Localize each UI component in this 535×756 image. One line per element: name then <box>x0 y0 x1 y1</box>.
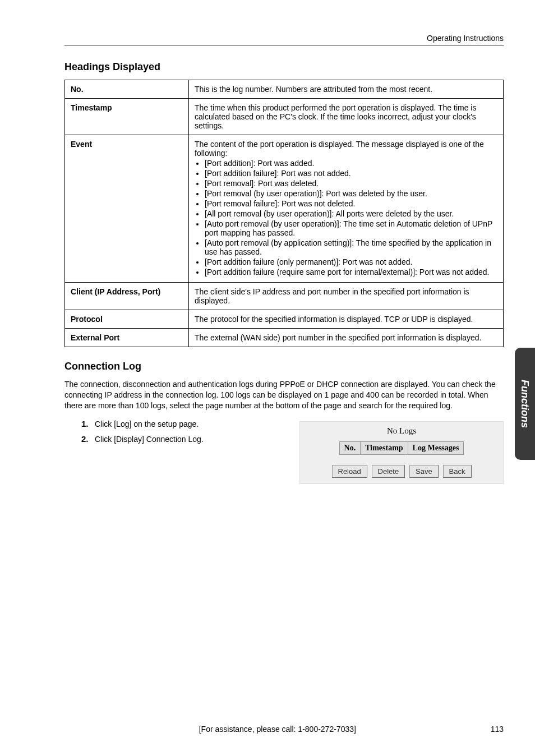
page-footer: [For assistance, please call: 1-800-272-… <box>64 725 504 734</box>
step-number: 1. <box>81 419 95 428</box>
event-bullet: [Port addition failure (require same por… <box>205 268 497 276</box>
button-row: Reload Delete Save Back <box>303 465 500 478</box>
row-protocol-label: Protocol <box>65 310 189 329</box>
step-text: Click [Log] on the setup page. <box>95 420 199 428</box>
event-bullet: [Port removal (by user operation)]: Port… <box>205 189 497 198</box>
table-row: No. This is the log number. Numbers are … <box>65 80 504 99</box>
table-row: Timestamp The time when this product per… <box>65 99 504 135</box>
event-bullet: [All port removal (by user operation)]: … <box>205 209 497 218</box>
row-timestamp-label: Timestamp <box>65 99 189 135</box>
col-no: No. <box>339 441 361 454</box>
step-text: Click [Display] Connection Log. <box>95 435 204 444</box>
event-bullet: [Auto port removal (by application setti… <box>205 238 497 256</box>
table-row: Event The content of the port operation … <box>65 135 504 283</box>
row-event-desc: The content of the port operation is dis… <box>189 135 504 283</box>
back-button[interactable]: Back <box>443 465 472 478</box>
col-logmessages: Log Messages <box>408 441 464 454</box>
row-client-desc: The client side's IP address and port nu… <box>189 283 504 310</box>
event-bullet: [Port addition failure]: Port was not ad… <box>205 169 497 178</box>
log-screenshot: No Logs No. Timestamp Log Messages Reloa… <box>299 421 504 484</box>
row-no-desc: This is the log number. Numbers are attr… <box>189 80 504 99</box>
event-bullet: [Port addition failure (only permanent)]… <box>205 257 497 266</box>
event-intro: The content of the port operation is dis… <box>195 140 484 158</box>
headings-displayed-title: Headings Displayed <box>64 61 504 73</box>
no-logs-label: No Logs <box>303 426 500 436</box>
save-button[interactable]: Save <box>409 465 439 478</box>
event-bullet-list: [Port addition]: Port was added. [Port a… <box>195 159 497 276</box>
event-bullet: [Port removal failure]: Port was not del… <box>205 199 497 208</box>
row-event-label: Event <box>65 135 189 283</box>
footer-assist: [For assistance, please call: 1-800-272-… <box>64 725 491 734</box>
page-number: 113 <box>491 725 504 734</box>
row-extport-label: External Port <box>65 329 189 347</box>
headings-table: No. This is the log number. Numbers are … <box>64 80 504 347</box>
running-header: Operating Instructions <box>64 34 504 45</box>
col-timestamp: Timestamp <box>361 441 408 454</box>
step-number: 2. <box>81 434 95 444</box>
reload-button[interactable]: Reload <box>332 465 367 478</box>
delete-button[interactable]: Delete <box>372 465 405 478</box>
row-no-label: No. <box>65 80 189 99</box>
connection-log-body: The connection, disconnection and authen… <box>64 379 504 411</box>
row-timestamp-desc: The time when this product performed the… <box>189 99 504 135</box>
table-row: External Port The external (WAN side) po… <box>65 329 504 347</box>
row-client-label: Client (IP Address, Port) <box>65 283 189 310</box>
connection-log-title: Connection Log <box>64 361 504 372</box>
table-row: Client (IP Address, Port) The client sid… <box>65 283 504 310</box>
row-extport-desc: The external (WAN side) port number in t… <box>189 329 504 347</box>
log-table: No. Timestamp Log Messages <box>339 441 464 455</box>
functions-side-tab: Functions <box>515 348 535 460</box>
event-bullet: [Port removal]: Port was deleted. <box>205 179 497 188</box>
event-bullet: [Auto port removal (by user operation)]:… <box>205 219 497 237</box>
row-protocol-desc: The protocol for the specified informati… <box>189 310 504 329</box>
event-bullet: [Port addition]: Port was added. <box>205 159 497 168</box>
table-row: Protocol The protocol for the specified … <box>65 310 504 329</box>
